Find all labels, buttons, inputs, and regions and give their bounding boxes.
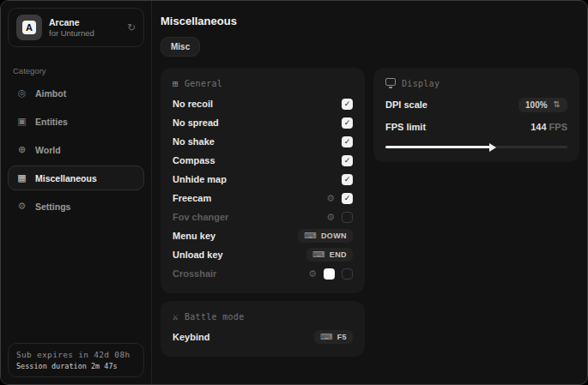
- check-icon: ✓: [344, 100, 351, 108]
- monitor-icon: [385, 78, 396, 86]
- fps-limit-value: 144 FPS: [530, 122, 567, 132]
- sidebar-nav: ◎Aimbot▣Entities⊕World▦Miscellaneous⚙Set…: [1, 79, 151, 220]
- menu-key-key-label: DOWN: [321, 232, 347, 240]
- tab-misc[interactable]: Misc: [161, 37, 200, 57]
- keybind-keybind-button[interactable]: ⌨F5: [314, 330, 353, 344]
- sidebar-item-settings[interactable]: ⚙Settings: [8, 194, 144, 219]
- left-column: ⊞ General No recoil✓No spread✓No shake✓C…: [161, 68, 365, 357]
- menu-key-label: Menu key: [173, 231, 215, 241]
- avatar-letter: A: [22, 21, 36, 34]
- sidebar-item-world[interactable]: ⊕World: [8, 137, 144, 162]
- gear-icon[interactable]: ⚙: [308, 269, 317, 279]
- tab-row: Misc: [161, 37, 579, 57]
- keyboard-icon: ⌨: [320, 333, 332, 341]
- display-card-header: Display: [385, 78, 567, 88]
- swords-icon: ⚔: [173, 311, 179, 322]
- sidebar: A Arcane for Unturned ↻ Category ◎Aimbot…: [1, 1, 152, 384]
- battle-card-title: Battle mode: [185, 312, 245, 322]
- sub-expiry-text: Sub expires in 42d 08h: [16, 350, 136, 359]
- sidebar-item-entities[interactable]: ▣Entities: [8, 109, 144, 134]
- general-card-title: General: [185, 79, 222, 88]
- cycle-icon: ⇅: [554, 100, 561, 109]
- aimbot-icon: ◎: [16, 87, 27, 99]
- unhide-map-checkbox[interactable]: ✓: [342, 174, 353, 185]
- no-shake-label: No shake: [173, 136, 215, 147]
- setting-row-no-shake: No shake✓: [173, 132, 353, 151]
- sidebar-item-label: Aimbot: [35, 88, 66, 99]
- app-meta: Arcane for Unturned: [49, 17, 120, 39]
- unload-key-label: Unload key: [173, 250, 223, 260]
- unhide-map-label: Unhide map: [173, 174, 227, 184]
- main-panel: Miscellaneous Misc ⊞ General No recoil✓N…: [152, 1, 588, 384]
- fov-changer-checkbox[interactable]: [342, 212, 353, 223]
- sidebar-spacer: [1, 220, 151, 336]
- freecam-label: Freecam: [173, 193, 211, 203]
- compass-controls: ✓: [342, 155, 353, 166]
- setting-row-unhide-map: Unhide map✓: [173, 170, 353, 189]
- world-icon: ⊕: [16, 144, 27, 155]
- unload-key-controls: ⌨END: [306, 248, 353, 262]
- display-card: Display DPI scale 100% ⇅ FPS limit 144: [373, 68, 579, 162]
- check-icon: ✓: [344, 195, 351, 202]
- freecam-checkbox[interactable]: ✓: [342, 193, 353, 204]
- crosshair-controls: ⚙: [308, 268, 353, 280]
- dpi-scale-select[interactable]: 100% ⇅: [518, 98, 567, 112]
- cards-container: ⊞ General No recoil✓No spread✓No shake✓C…: [161, 68, 579, 357]
- crosshair-label: Crosshair: [173, 268, 216, 279]
- battle-rows: Keybind⌨F5: [173, 328, 353, 346]
- grid-icon: ⊞: [173, 78, 179, 89]
- no-spread-label: No spread: [173, 117, 219, 128]
- crosshair-color-swatch[interactable]: [324, 268, 335, 280]
- fps-unit: FPS: [549, 122, 567, 132]
- check-icon: ✓: [344, 176, 351, 183]
- subscription-box: Sub expires in 42d 08h Session duration …: [8, 343, 144, 377]
- no-spread-controls: ✓: [342, 117, 353, 129]
- menu-key-keybind-button[interactable]: ⌨DOWN: [298, 229, 353, 243]
- app-window: A Arcane for Unturned ↻ Category ◎Aimbot…: [0, 0, 588, 385]
- setting-row-menu-key: Menu key⌨DOWN: [173, 226, 353, 245]
- fps-limit-slider[interactable]: [385, 146, 567, 148]
- battle-mode-card: ⚔ Battle mode Keybind⌨F5: [161, 301, 365, 357]
- app-subtitle: for Unturned: [49, 28, 120, 39]
- no-shake-checkbox[interactable]: ✓: [342, 136, 353, 147]
- page-title: Miscellaneous: [161, 15, 579, 27]
- no-spread-checkbox[interactable]: ✓: [342, 117, 353, 129]
- setting-row-fov-changer: Fov changer⚙: [173, 208, 353, 226]
- setting-row-no-recoil: No recoil✓: [173, 94, 353, 113]
- session-duration-text: Session duration 2m 47s: [16, 362, 136, 370]
- app-logo-card: A Arcane for Unturned ↻: [8, 8, 144, 47]
- compass-checkbox[interactable]: ✓: [342, 155, 353, 166]
- refresh-icon[interactable]: ↻: [127, 21, 136, 33]
- app-avatar: A: [16, 15, 42, 40]
- unload-key-keybind-button[interactable]: ⌨END: [306, 248, 353, 262]
- no-recoil-controls: ✓: [342, 99, 353, 110]
- no-recoil-checkbox[interactable]: ✓: [342, 99, 353, 110]
- keyboard-icon: ⌨: [312, 250, 324, 259]
- compass-label: Compass: [173, 155, 215, 165]
- general-card-header: ⊞ General: [173, 78, 353, 89]
- fps-slider-thumb[interactable]: [489, 143, 496, 152]
- sidebar-item-miscellaneous[interactable]: ▦Miscellaneous: [8, 165, 144, 190]
- sidebar-item-aimbot[interactable]: ◎Aimbot: [8, 81, 144, 105]
- miscellaneous-icon: ▦: [16, 172, 27, 183]
- sidebar-item-label: Settings: [35, 202, 70, 212]
- keybind-key-label: F5: [337, 333, 347, 341]
- sidebar-item-label: Entities: [35, 117, 68, 127]
- category-label: Category: [13, 66, 139, 75]
- fov-changer-controls: ⚙: [326, 212, 353, 223]
- crosshair-checkbox[interactable]: [342, 268, 353, 280]
- sidebar-item-label: Miscellaneous: [35, 173, 97, 183]
- no-recoil-label: No recoil: [173, 99, 213, 109]
- dpi-scale-label: DPI scale: [385, 99, 427, 110]
- battle-card-header: ⚔ Battle mode: [173, 311, 353, 322]
- setting-row-freecam: Freecam⚙✓: [173, 189, 353, 208]
- fps-slider-fill: [385, 146, 491, 148]
- keybind-label: Keybind: [173, 332, 209, 342]
- no-shake-controls: ✓: [342, 136, 353, 147]
- gear-icon[interactable]: ⚙: [326, 194, 335, 203]
- general-rows: No recoil✓No spread✓No shake✓Compass✓Unh…: [173, 94, 353, 283]
- fps-limit-row: FPS limit 144 FPS: [385, 116, 567, 138]
- gear-icon[interactable]: ⚙: [326, 213, 335, 222]
- dpi-scale-row: DPI scale 100% ⇅: [385, 93, 567, 116]
- freecam-controls: ⚙✓: [326, 193, 353, 204]
